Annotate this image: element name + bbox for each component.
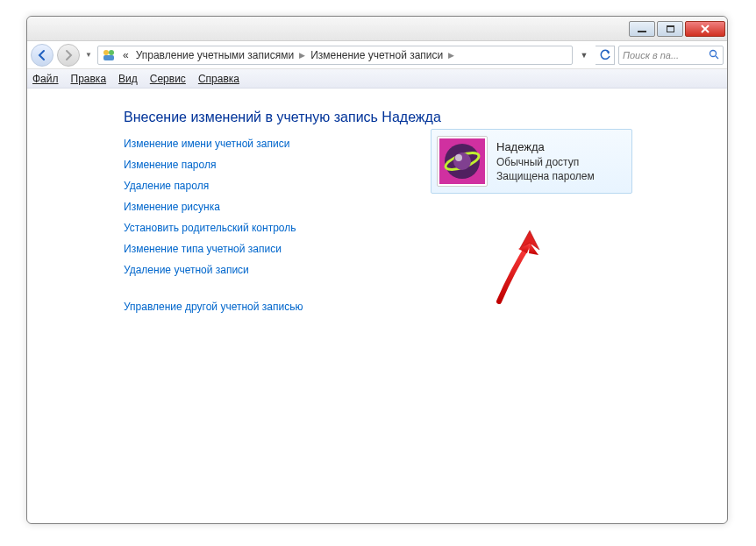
- user-type: Обычный доступ: [496, 155, 595, 169]
- page-title: Внесение изменений в учетную запись Наде…: [124, 110, 692, 125]
- menu-bar: Файл Правка Вид Сервис Справка: [27, 69, 727, 89]
- address-path[interactable]: « Управление учетными записями ▶ Изменен…: [97, 46, 573, 65]
- address-dropdown[interactable]: ▼: [576, 46, 592, 64]
- refresh-icon: [599, 49, 611, 61]
- back-button[interactable]: [31, 44, 53, 67]
- breadcrumb-prefix[interactable]: «: [119, 47, 132, 63]
- search-icon: [709, 49, 719, 61]
- menu-help[interactable]: Справка: [198, 73, 239, 85]
- refresh-button[interactable]: [596, 46, 615, 65]
- address-bar: ▼ « Управление учетными записями ▶ Измен…: [27, 41, 727, 69]
- avatar-image-icon: [439, 138, 485, 184]
- nav-history-dropdown[interactable]: ▼: [83, 51, 94, 59]
- menu-view[interactable]: Вид: [118, 73, 138, 85]
- user-status: Защищена паролем: [496, 169, 595, 183]
- task-delete-account[interactable]: Удаление учетной записи: [124, 264, 692, 276]
- window-frame: ▼ « Управление учетными записями ▶ Измен…: [26, 16, 728, 524]
- svg-rect-2: [103, 55, 114, 60]
- search-placeholder: Поиск в па...: [623, 50, 679, 60]
- content-area: Внесение изменений в учетную запись Наде…: [27, 89, 727, 339]
- menu-tools[interactable]: Сервис: [150, 73, 186, 85]
- task-manage-other[interactable]: Управление другой учетной записью: [124, 301, 692, 313]
- user-info: Надежда Обычный доступ Защищена паролем: [496, 139, 595, 183]
- titlebar[interactable]: [27, 17, 727, 41]
- svg-line-4: [716, 56, 718, 59]
- minimize-button[interactable]: [629, 21, 655, 37]
- svg-point-0: [103, 50, 109, 55]
- breadcrumb-separator: ▶: [446, 51, 456, 60]
- svg-point-8: [453, 152, 471, 170]
- forward-arrow-icon: [62, 49, 75, 61]
- task-change-picture[interactable]: Изменение рисунка: [124, 201, 692, 213]
- menu-file[interactable]: Файл: [32, 73, 59, 85]
- back-arrow-icon: [36, 49, 48, 61]
- task-parental-controls[interactable]: Установить родительский контроль: [124, 222, 692, 234]
- close-button[interactable]: [685, 21, 725, 37]
- user-accounts-icon: [102, 48, 116, 62]
- forward-button[interactable]: [57, 44, 80, 67]
- breadcrumb-separator: ▶: [297, 51, 307, 60]
- user-name: Надежда: [496, 139, 595, 155]
- avatar: [437, 136, 488, 187]
- breadcrumb-change-account[interactable]: Изменение учетной записи: [307, 47, 446, 63]
- maximize-button[interactable]: [657, 21, 683, 37]
- search-input[interactable]: Поиск в па...: [618, 46, 724, 65]
- menu-edit[interactable]: Правка: [71, 73, 107, 85]
- task-change-type[interactable]: Изменение типа учетной записи: [124, 243, 692, 255]
- task-spacer: [124, 285, 692, 292]
- breadcrumb-manage-accounts[interactable]: Управление учетными записями: [132, 47, 297, 63]
- user-card[interactable]: Надежда Обычный доступ Защищена паролем: [431, 129, 632, 194]
- close-icon: [700, 24, 710, 34]
- svg-point-1: [109, 50, 114, 55]
- svg-point-9: [455, 154, 462, 161]
- svg-point-3: [710, 50, 717, 56]
